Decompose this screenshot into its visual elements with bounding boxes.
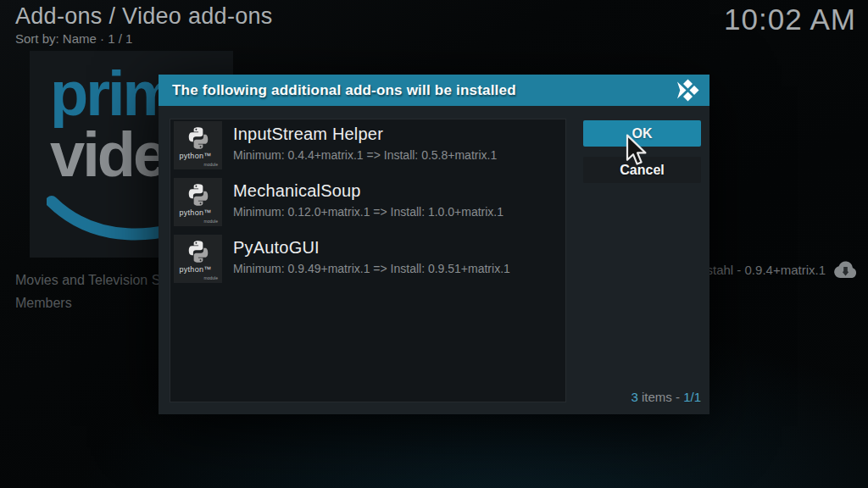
dialog-header: The following additional add-ons will be… [159,75,709,106]
addon-version-info: Minimum: 0.12.0+matrix.1 => Install: 1.0… [233,205,504,219]
repo-version-row: arstahl - 0.9.4+matrix.1 [695,261,858,279]
addon-version-info: Minimum: 0.4.4+matrix.1 => Install: 0.5.… [233,148,497,162]
addon-description-line2: Members [15,296,72,311]
kodi-screen: Add-ons / Video add-ons Sort by: Name · … [0,0,868,488]
mouse-cursor-icon [625,134,647,168]
addon-list-item[interactable]: python™ module PyAutoGUI Minimum: 0.9.49… [174,235,560,283]
python-module-icon: python™ module [174,235,222,283]
addon-name: PyAutoGUI [233,238,510,258]
install-dialog: The following additional add-ons will be… [159,75,709,414]
addon-description-line1: Movies and Television Sh [15,273,168,288]
addon-list-item[interactable]: python™ module MechanicalSoup Minimum: 0… [174,178,560,226]
dialog-title: The following additional add-ons will be… [159,82,676,99]
cloud-download-icon [833,261,858,279]
addon-name: InputStream Helper [233,125,497,144]
items-count-status: 3 items - 1/1 [631,390,701,404]
dependency-list: python™ module InputStream Helper Minimu… [170,119,566,402]
breadcrumb: Add-ons / Video add-ons [15,3,273,30]
repo-version-text: arstahl - 0.9.4+matrix.1 [695,263,826,277]
sort-status[interactable]: Sort by: Name · 1 / 1 [15,31,132,46]
addon-version-info: Minimum: 0.9.49+matrix.1 => Install: 0.9… [233,262,510,275]
addon-name: MechanicalSoup [233,181,504,201]
python-module-icon: python™ module [174,121,222,169]
kodi-logo-icon [676,79,699,102]
python-module-icon: python™ module [174,178,222,226]
addon-list-item[interactable]: python™ module InputStream Helper Minimu… [174,121,560,169]
clock: 10:02 AM [724,3,856,36]
